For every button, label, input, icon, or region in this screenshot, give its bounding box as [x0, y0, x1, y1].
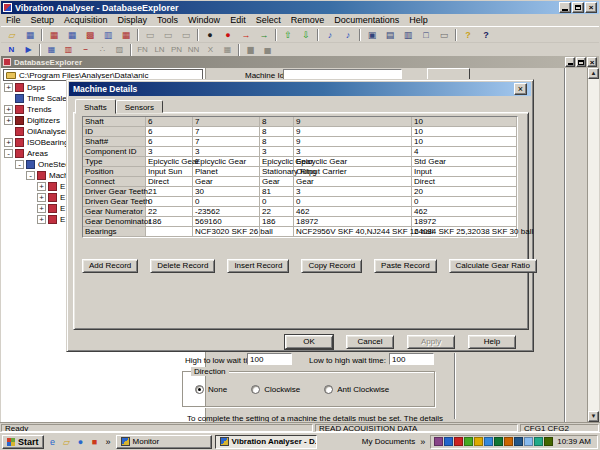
layout-c-icon[interactable]: ▭: [177, 28, 195, 42]
tree-expander-icon[interactable]: +: [4, 83, 13, 92]
table-cell[interactable]: Input Sun: [146, 167, 193, 177]
split-vertical-icon[interactable]: ▥: [399, 28, 417, 42]
stop-icon[interactable]: ●: [219, 28, 237, 42]
tray-icon-6[interactable]: [484, 437, 493, 446]
table-cell[interactable]: 6: [146, 137, 193, 147]
calculate-gear-ratio-button[interactable]: Calculate Gear Ratio: [449, 259, 537, 273]
table-cell[interactable]: 8: [260, 137, 294, 147]
table-cell[interactable]: 0: [146, 197, 193, 207]
mean-icon[interactable]: X: [202, 44, 219, 56]
step-into-icon[interactable]: →: [255, 28, 273, 42]
delete-record-button[interactable]: Delete Record: [150, 259, 215, 273]
table-cell[interactable]: Epicyclic Gear: [260, 157, 294, 167]
split-horizontal-icon[interactable]: ▤: [381, 28, 399, 42]
layout-a-icon[interactable]: ▭: [141, 28, 159, 42]
table-cell[interactable]: 9: [294, 127, 412, 137]
tree-expander-icon[interactable]: +: [37, 204, 46, 213]
tree-expander-icon[interactable]: +: [37, 215, 46, 224]
key-blue-a-icon[interactable]: ♪: [321, 28, 339, 42]
table-cell[interactable]: 9: [294, 137, 412, 147]
table-cell[interactable]: 6: [146, 117, 193, 127]
save-monitor-icon[interactable]: ▦: [21, 28, 39, 42]
table-cell[interactable]: NCF2956V SKF 40,NJ244 SKF 16 ball: [294, 227, 412, 237]
table-cell[interactable]: 10: [412, 127, 517, 137]
table-cell[interactable]: 9: [294, 117, 412, 127]
menu-item-window[interactable]: Window: [183, 15, 225, 25]
tray-icon-4[interactable]: [464, 437, 473, 446]
key-question-icon[interactable]: ?: [459, 28, 477, 42]
key-blue-b-icon[interactable]: ♪: [339, 28, 357, 42]
table-cell[interactable]: 186: [146, 217, 193, 227]
peak-icon[interactable]: ▆: [242, 44, 259, 56]
tree-expander-icon[interactable]: +: [4, 105, 13, 114]
table-cell[interactable]: 8: [260, 117, 294, 127]
table-cell[interactable]: NCF3020 SKF 26 ball: [193, 227, 260, 237]
scroll-up-button[interactable]: ▲: [588, 68, 599, 79]
tab-sensors[interactable]: Sensors: [116, 100, 163, 113]
clockwise-radio[interactable]: Clockwise: [251, 385, 300, 394]
table-cell[interactable]: 0: [260, 197, 294, 207]
table-cell[interactable]: 7: [193, 127, 260, 137]
table-cell[interactable]: Input: [412, 167, 517, 177]
table-cell[interactable]: Gear: [193, 177, 260, 187]
table-cell[interactable]: 8: [260, 127, 294, 137]
tree-expander-icon[interactable]: +: [4, 138, 13, 147]
table-cell[interactable]: Epicyclic Gear: [146, 157, 193, 167]
table-cell[interactable]: 0: [412, 197, 517, 207]
menu-item-file[interactable]: File: [1, 15, 26, 25]
tray-icon-9[interactable]: [514, 437, 523, 446]
window-cascade-icon[interactable]: □: [417, 28, 435, 42]
table-cell[interactable]: 10: [412, 137, 517, 147]
context-help-icon[interactable]: ?: [477, 28, 495, 42]
tray-icon-5[interactable]: [474, 437, 483, 446]
menu-item-setup[interactable]: Setup: [26, 15, 60, 25]
table-cell[interactable]: 20: [412, 187, 517, 197]
tree-expander-icon[interactable]: -: [26, 171, 35, 180]
table-cell[interactable]: Planet: [193, 167, 260, 177]
menu-item-acquisition[interactable]: Acquisition: [59, 15, 113, 25]
table-cell[interactable]: Gear: [294, 177, 412, 187]
table-cell[interactable]: 10: [412, 117, 517, 127]
move-up-icon[interactable]: ⇧: [279, 28, 297, 42]
annotate-icon[interactable]: ▶: [20, 44, 37, 56]
table-cell[interactable]: 24034 SKF 25,32038 SKF 30 ball: [412, 227, 517, 237]
minimize-button[interactable]: [559, 2, 571, 13]
tray-icon-10[interactable]: [524, 437, 533, 446]
table-cell[interactable]: 3: [294, 187, 412, 197]
high-low-wait-field[interactable]: [247, 353, 292, 365]
tray-icon-3[interactable]: [454, 437, 463, 446]
nn-icon[interactable]: NN: [185, 44, 202, 56]
table-cell[interactable]: [146, 227, 193, 237]
vertical-scrollbar[interactable]: ▲ ▼: [587, 68, 599, 422]
table-cell[interactable]: 3: [146, 147, 193, 157]
table-cell[interactable]: 462: [412, 207, 517, 217]
media-icon[interactable]: ■: [89, 436, 101, 448]
histogram-icon[interactable]: ▅: [259, 44, 276, 56]
ie-icon[interactable]: e: [47, 436, 59, 448]
paste-record-button[interactable]: Paste Record: [374, 259, 436, 273]
task-button-vibration-analyser-d[interactable]: Vibration Analyser - D...: [215, 435, 317, 449]
low-high-wait-field[interactable]: [389, 353, 434, 365]
table-cell[interactable]: Std Gear: [412, 157, 517, 167]
table-small-icon[interactable]: ▦: [219, 44, 236, 56]
tab-shafts[interactable]: Shafts: [75, 99, 116, 114]
table-cell[interactable]: Epicyclic Gear: [193, 157, 260, 167]
wave-icon[interactable]: ~: [77, 44, 94, 56]
table-cell[interactable]: Stationary Ring: [260, 167, 294, 177]
mail-folder-icon[interactable]: ▱: [61, 436, 73, 448]
dialog-titlebar[interactable]: Machine Details ×: [69, 82, 531, 96]
tray-icon-7[interactable]: [494, 437, 503, 446]
tray-icon-1[interactable]: [434, 437, 443, 446]
table-cell[interactable]: Gear: [260, 177, 294, 187]
step-forward-icon[interactable]: →: [237, 28, 255, 42]
menu-item-select[interactable]: Select: [251, 15, 286, 25]
menu-item-display[interactable]: Display: [113, 15, 153, 25]
copy-record-button[interactable]: Copy Record: [301, 259, 362, 273]
menu-item-documentations[interactable]: Documentations: [329, 15, 404, 25]
table-cell[interactable]: 7: [193, 137, 260, 147]
table-cell[interactable]: 22: [260, 207, 294, 217]
ok-button[interactable]: OK: [285, 335, 333, 349]
apply-button[interactable]: Apply: [407, 335, 455, 349]
tree-expander-icon[interactable]: +: [37, 193, 46, 202]
mdi-close-button[interactable]: ×: [587, 57, 597, 67]
